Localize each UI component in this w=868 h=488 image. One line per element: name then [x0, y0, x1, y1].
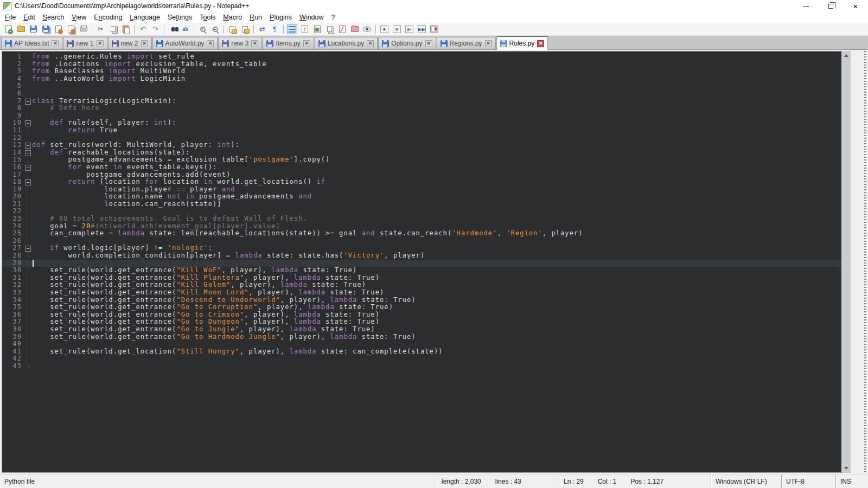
- replace-icon[interactable]: ab: [180, 24, 190, 34]
- macro-save-icon[interactable]: [429, 24, 439, 34]
- tab-options-py[interactable]: Options.py✕: [378, 37, 436, 49]
- code-line-8[interactable]: 8 # Defs here: [2, 105, 841, 112]
- menu-edit[interactable]: Edit: [20, 12, 39, 22]
- code-line-6[interactable]: 6: [2, 90, 841, 98]
- menu-?[interactable]: ?: [328, 12, 339, 22]
- code-line-39[interactable]: 39 set_rule(world.get_entrance("Go to Ha…: [2, 333, 841, 341]
- code-line-18[interactable]: 18 return [location for location in worl…: [2, 178, 841, 186]
- tab-close-icon[interactable]: ✕: [485, 40, 492, 47]
- tab-close-icon[interactable]: ✕: [367, 40, 374, 47]
- tab-new-3[interactable]: new 3✕: [218, 37, 262, 49]
- panel-splitter[interactable]: [851, 51, 868, 473]
- find-icon[interactable]: [168, 24, 178, 34]
- code-line-5[interactable]: 5: [2, 82, 841, 90]
- tab-close-icon[interactable]: ✕: [97, 40, 104, 47]
- code-line-37[interactable]: 37 set_rule(world.get_entrance("Go to Du…: [2, 318, 841, 326]
- indent-guide-icon[interactable]: [287, 24, 297, 34]
- code-line-36[interactable]: 36 set_rule(world.get_entrance("Go to Cr…: [2, 311, 841, 319]
- code-editor[interactable]: 1from ..generic.Rules import set_rule2fr…: [2, 51, 841, 473]
- function-list-icon[interactable]: ƒ: [299, 24, 310, 34]
- menu-encoding[interactable]: Encoding: [90, 12, 126, 22]
- code-line-35[interactable]: 35 set_rule(world.get_entrance("Go to Co…: [2, 304, 841, 311]
- code-line-12[interactable]: 12: [2, 134, 841, 142]
- copy-icon[interactable]: [108, 24, 118, 34]
- folder-as-workspace-icon[interactable]: [349, 24, 360, 34]
- code-line-30[interactable]: 30 set_rule(world.get_entrance("Kill WoF…: [2, 267, 841, 274]
- code-line-3[interactable]: 3from BaseClasses import MultiWorld: [2, 68, 841, 75]
- menu-search[interactable]: Search: [39, 12, 68, 22]
- code-line-38[interactable]: 38 set_rule(world.get_entrance("Go to Ju…: [2, 326, 841, 333]
- document-list-icon[interactable]: [324, 24, 335, 34]
- paste-icon[interactable]: [120, 24, 131, 34]
- fold-collapse-icon[interactable]: [24, 164, 32, 171]
- close-all-docs-icon[interactable]: [66, 24, 76, 34]
- document-map-icon[interactable]: ▦: [312, 24, 322, 34]
- code-line-32[interactable]: 32 set_rule(world.get_entrance("Kill Gol…: [2, 281, 841, 289]
- new-file-icon[interactable]: +: [3, 24, 14, 34]
- tab-close-icon[interactable]: ✕: [425, 40, 432, 47]
- code-line-19[interactable]: 19 location.player == player and: [2, 186, 841, 194]
- undo-icon[interactable]: ↶: [138, 24, 148, 34]
- code-line-11[interactable]: 11 return True: [2, 127, 841, 134]
- macro-play-icon[interactable]: ▶: [404, 24, 414, 34]
- menu-view[interactable]: View: [68, 12, 90, 22]
- code-line-42[interactable]: 42: [2, 355, 841, 363]
- code-line-1[interactable]: 1from ..generic.Rules import set_rule: [2, 53, 841, 61]
- code-line-31[interactable]: 31 set_rule(world.get_entrance("Kill Pla…: [2, 274, 841, 282]
- code-line-24[interactable]: 24 goal = 20#int(world.achievement_goal[…: [2, 223, 841, 230]
- fold-collapse-icon[interactable]: [24, 98, 32, 105]
- status-encoding[interactable]: UTF-8: [781, 474, 835, 488]
- code-line-40[interactable]: 40: [2, 341, 841, 348]
- code-line-34[interactable]: 34 set_rule(world.get_entrance("Descend …: [2, 297, 841, 304]
- save-all-icon[interactable]: [41, 24, 51, 34]
- close-doc-icon[interactable]: [53, 24, 63, 34]
- fold-collapse-icon[interactable]: [24, 142, 32, 149]
- menu-run[interactable]: Run: [246, 12, 266, 22]
- macro-stop-icon[interactable]: ■: [392, 24, 402, 34]
- code-line-25[interactable]: 25 can_complete = lambda state: len(reac…: [2, 230, 841, 237]
- code-line-26[interactable]: 26: [2, 237, 841, 245]
- menu-settings[interactable]: Settings: [164, 12, 196, 22]
- menu-tools[interactable]: Tools: [196, 12, 219, 22]
- tab-close-icon[interactable]: ✕: [537, 40, 544, 47]
- code-line-33[interactable]: 33 set_rule(world.get_entrance("Kill Moo…: [2, 289, 841, 297]
- fold-collapse-icon[interactable]: [24, 178, 32, 186]
- code-line-20[interactable]: 20 location.name not in postgame_advance…: [2, 193, 841, 201]
- code-line-2[interactable]: 2from .Locations import exclusion_table,…: [2, 61, 841, 68]
- tab-autoworld-py[interactable]: AutoWorld.py✕: [152, 37, 218, 49]
- save-icon[interactable]: [28, 24, 39, 34]
- code-line-23[interactable]: 23 # 88 total achievements. Goal is to d…: [2, 215, 841, 223]
- macro-run-multiple-icon[interactable]: ▶▶: [417, 24, 427, 34]
- code-line-41[interactable]: 41 set_rule(world.get_location("Still Hu…: [2, 348, 841, 356]
- show-all-chars-icon[interactable]: ¶: [270, 24, 280, 34]
- tab-items-py[interactable]: Items.py✕: [263, 37, 314, 49]
- scroll-up-button[interactable]: [842, 51, 851, 60]
- tab-close-icon[interactable]: ✕: [207, 40, 214, 47]
- sync-horizontal-scroll-icon[interactable]: [240, 24, 250, 34]
- status-eol-format[interactable]: Windows (CR LF): [711, 474, 781, 488]
- code-line-10[interactable]: 10 def rule(self, player: int):: [2, 119, 841, 127]
- code-line-13[interactable]: 13def set_rules(world: MultiWorld, playe…: [2, 142, 841, 149]
- word-wrap-icon[interactable]: ⇄: [257, 24, 267, 34]
- tab-locations-py[interactable]: Locations.py✕: [315, 37, 378, 49]
- menu-macro[interactable]: Macro: [219, 12, 246, 22]
- macro-record-icon[interactable]: ●: [379, 24, 390, 34]
- fold-collapse-icon[interactable]: [24, 119, 32, 127]
- zoom-out-icon[interactable]: −: [210, 24, 220, 34]
- code-line-9[interactable]: 9: [2, 112, 841, 120]
- tab-close-icon[interactable]: ✕: [303, 40, 310, 47]
- tab-close-icon[interactable]: ✕: [251, 40, 258, 47]
- zoom-in-icon[interactable]: +: [197, 24, 208, 34]
- monitoring-eye-icon[interactable]: [362, 24, 372, 34]
- code-line-21[interactable]: 21 location.can_reach(state)]: [2, 201, 841, 208]
- code-line-15[interactable]: 15 postgame_advancements = exclusion_tab…: [2, 156, 841, 164]
- tab-rules-py[interactable]: Rules.py✕: [496, 36, 548, 50]
- restore-button[interactable]: [818, 0, 843, 12]
- fold-collapse-icon[interactable]: [24, 245, 32, 252]
- menu-file[interactable]: File: [1, 12, 20, 22]
- code-line-4[interactable]: 4from ..AutoWorld import LogicMixin: [2, 75, 841, 83]
- tab-close-icon[interactable]: ✕: [141, 40, 148, 47]
- menu-language[interactable]: Language: [126, 12, 164, 22]
- scroll-down-button[interactable]: [842, 464, 851, 473]
- status-insert-mode[interactable]: INS: [835, 474, 868, 488]
